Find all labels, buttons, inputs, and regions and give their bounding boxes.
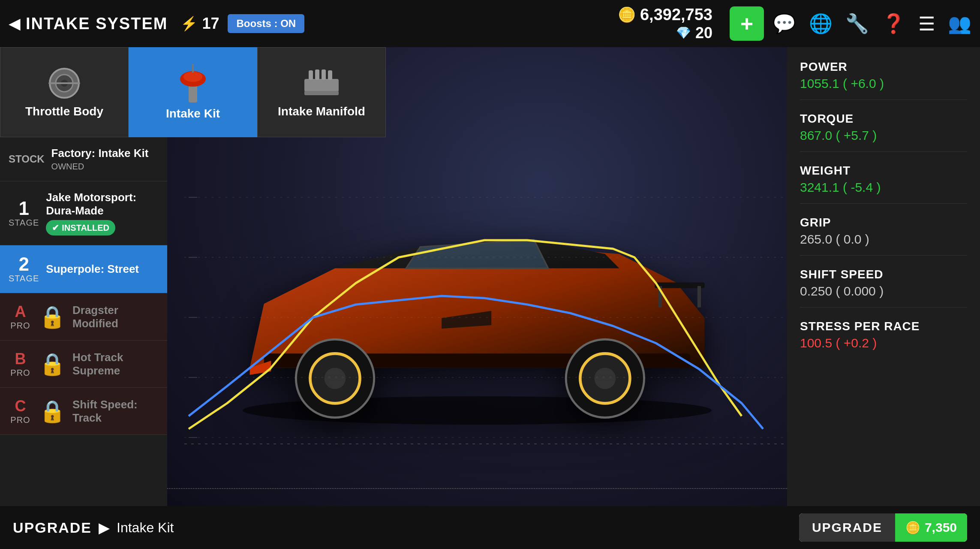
bottom-item-name: Intake Kit (117, 520, 174, 536)
page-title: INTAKE SYSTEM (26, 15, 168, 33)
svg-rect-22 (655, 283, 704, 288)
stage-sub-1: STAGE (9, 218, 39, 228)
svg-rect-10 (315, 69, 319, 80)
upgrade-info-stage2: Superpole: Street (46, 262, 159, 276)
social-button[interactable]: 👥 (948, 12, 971, 35)
upgrade-info-stageC: Shift Speed: Track (72, 398, 159, 425)
wrench-button[interactable]: 🔧 (845, 12, 869, 35)
gem-row: 💎 20 (676, 24, 712, 42)
upgrade-btn-text: UPGRADE (799, 513, 895, 542)
currency-group: 🪙 6,392,753 💎 20 (618, 6, 712, 42)
back-arrow-icon: ◀ (9, 15, 21, 33)
svg-rect-13 (304, 91, 339, 95)
parts-tabs: Throttle Body Intake Kit Intake Manifold (0, 47, 386, 137)
svg-point-18 (325, 368, 346, 389)
tab-throttle-body[interactable]: Throttle Body (0, 47, 129, 137)
upgrade-name-stageC: Shift Speed: Track (72, 398, 159, 425)
upgrade-item-stock[interactable]: STOCK Factory: Intake Kit OWNED (0, 137, 167, 181)
stage-badge-C: C PRO (9, 397, 32, 425)
svg-rect-9 (309, 70, 313, 80)
tab-throttle-body-label: Throttle Body (25, 105, 103, 118)
globe-button[interactable]: 🌐 (809, 12, 833, 35)
upgrade-button-group: UPGRADE 🪙 7,350 (799, 513, 967, 542)
bottom-bar: UPGRADE ▶ Intake Kit UPGRADE 🪙 7,350 (0, 506, 980, 549)
top-icons: 💬 🌐 🔧 ❓ ☰ 👥 (773, 12, 971, 35)
stage-sub-C: PRO (10, 415, 30, 425)
lock-icon-C: 🔒 (39, 399, 66, 424)
stage-badge-A: A PRO (9, 303, 32, 331)
svg-rect-8 (304, 79, 339, 92)
upgrade-info-stageB: Hot Track Supreme (72, 351, 159, 377)
intake-kit-icon (176, 64, 210, 103)
stage-badge-stage1: 1 STAGE (9, 199, 39, 228)
upgrade-name-stage2: Superpole: Street (46, 262, 159, 276)
stat-power: POWER 1055.1 ( +6.0 ) (800, 60, 967, 100)
tab-intake-manifold[interactable]: Intake Manifold (257, 47, 386, 137)
help-button[interactable]: ❓ (882, 12, 905, 35)
stage-number-1: 1 (18, 199, 29, 218)
upgrade-list: STOCK Factory: Intake Kit OWNED 1 STAGE … (0, 137, 167, 506)
stage-number-2: 2 (18, 255, 29, 274)
svg-rect-11 (322, 69, 326, 80)
stat-value-grip: 265.0 ( 0.0 ) (800, 232, 967, 247)
lock-icon-A: 🔒 (39, 305, 66, 329)
stat-weight: WEIGHT 3241.1 ( -5.4 ) (800, 164, 967, 204)
stat-value-power: 1055.1 ( +6.0 ) (800, 76, 967, 91)
upgrade-item-stageC[interactable]: C PRO 🔒 Shift Speed: Track (0, 388, 167, 435)
svg-rect-12 (328, 70, 332, 80)
upgrade-tag-stock: OWNED (51, 162, 159, 172)
stage-letter-B: B (15, 350, 26, 368)
installed-label: INSTALLED (62, 223, 109, 233)
top-bar: ◀ INTAKE SYSTEM ⚡ 17 Boosts : ON 🪙 6,392… (0, 0, 980, 47)
lock-icon-B: 🔒 (39, 352, 66, 377)
upgrade-item-stageB[interactable]: B PRO 🔒 Hot Track Supreme (0, 341, 167, 388)
upgrade-info-stock: Factory: Intake Kit OWNED (51, 147, 159, 172)
bottom-upgrade-label: UPGRADE (13, 519, 92, 536)
play-icon: ▶ (99, 519, 110, 536)
upgrade-cost-value: 7,350 (925, 520, 957, 535)
top-right-group: 🪙 6,392,753 💎 20 + 💬 🌐 🔧 ❓ ☰ 👥 (618, 6, 971, 42)
coin-icon: 🪙 (905, 521, 920, 535)
add-currency-button[interactable]: + (730, 6, 764, 41)
upgrade-name-stage1: Jake Motorsport: Dura-Made (46, 191, 159, 217)
stage-sub-A: PRO (10, 321, 30, 331)
upgrade-item-stageA[interactable]: A PRO 🔒 Dragster Modified (0, 293, 167, 341)
stage-badge-stock: STOCK (9, 153, 45, 165)
svg-rect-3 (48, 82, 80, 84)
tab-intake-kit[interactable]: Intake Kit (129, 47, 257, 137)
stat-grip: GRIP 265.0 ( 0.0 ) (800, 216, 967, 256)
back-button[interactable]: ◀ INTAKE SYSTEM (9, 15, 168, 33)
tab-intake-kit-label: Intake Kit (166, 107, 220, 121)
gem-icon: 💎 (676, 26, 691, 40)
stat-name-weight: WEIGHT (800, 164, 967, 178)
upgrade-info-stage1: Jake Motorsport: Dura-Made ✔ INSTALLED (46, 191, 159, 235)
stage-sub-B: PRO (10, 368, 30, 378)
menu-button[interactable]: ☰ (918, 13, 935, 35)
upgrade-info-stageA: Dragster Modified (72, 304, 159, 330)
stage-badge-B: B PRO (9, 350, 32, 378)
stat-name-shift-speed: SHIFT SPEED (800, 268, 967, 281)
upgrade-item-stage1[interactable]: 1 STAGE Jake Motorsport: Dura-Made ✔ INS… (0, 181, 167, 245)
gold-row: 🪙 6,392,753 (618, 6, 712, 24)
chat-button[interactable]: 💬 (773, 12, 796, 35)
upgrade-name-stageA: Dragster Modified (72, 304, 159, 330)
car-visual (193, 112, 761, 489)
stat-value-torque: 867.0 ( +5.7 ) (800, 128, 967, 143)
upgrade-action-button[interactable]: UPGRADE 🪙 7,350 (799, 513, 967, 542)
stage-label-stock: STOCK (9, 153, 45, 165)
stat-name-torque: TORQUE (800, 112, 967, 126)
intake-manifold-icon (302, 66, 341, 100)
installed-badge: ✔ INSTALLED (46, 220, 115, 235)
svg-rect-7 (192, 64, 194, 72)
upgrade-item-stage2[interactable]: 2 STAGE Superpole: Street (0, 245, 167, 293)
stat-torque: TORQUE 867.0 ( +5.7 ) (800, 112, 967, 152)
stat-value-shift-speed: 0.250 ( 0.000 ) (800, 284, 967, 299)
svg-rect-24 (697, 286, 701, 308)
stat-name-grip: GRIP (800, 216, 967, 229)
upgrade-name-stageB: Hot Track Supreme (72, 351, 159, 377)
upgrade-name-stock: Factory: Intake Kit (51, 147, 159, 160)
boost-badge[interactable]: Boosts : ON (228, 14, 304, 33)
stage-sub-2: STAGE (9, 274, 39, 284)
stat-stress: STRESS PER RACE 100.5 ( +0.2 ) (800, 320, 967, 359)
stat-shift-speed: SHIFT SPEED 0.250 ( 0.000 ) (800, 268, 967, 308)
